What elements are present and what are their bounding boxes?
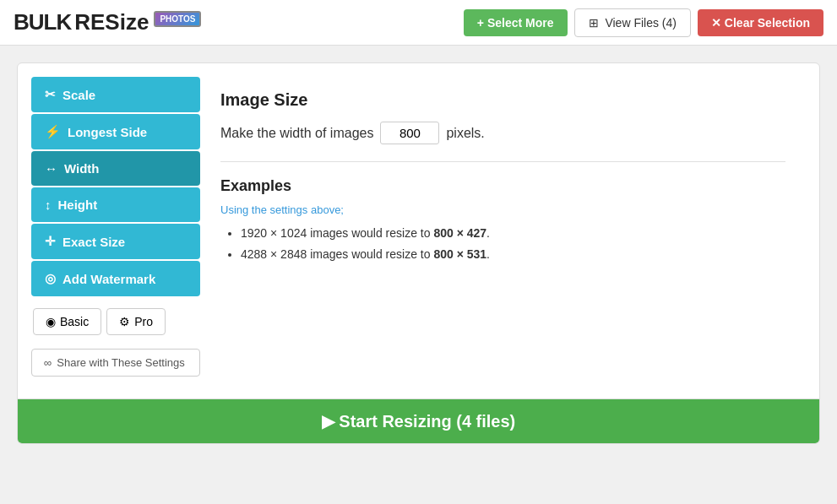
example2-bold: 800 × 531 bbox=[433, 247, 486, 261]
nav-item-longest-side[interactable]: Longest Side bbox=[31, 114, 200, 149]
content-right: Image Size Make the width of images pixe… bbox=[200, 77, 806, 385]
pro-icon bbox=[119, 315, 130, 328]
height-icon bbox=[45, 198, 52, 212]
image-size-row: Make the width of images pixels. bbox=[220, 122, 785, 144]
example1-suffix: . bbox=[486, 226, 490, 240]
logo-bulk: BULK bbox=[14, 9, 71, 35]
example-item-2: 4288 × 2848 images would resize to 800 ×… bbox=[241, 244, 785, 265]
nav-item-exact-size[interactable]: Exact Size bbox=[31, 224, 200, 259]
main-container: Scale Longest Side Width Height Exact Si… bbox=[0, 46, 837, 461]
example-item-1: 1920 × 1024 images would resize to 800 ×… bbox=[241, 223, 785, 244]
nav-item-watermark[interactable]: Add Watermark bbox=[31, 261, 200, 296]
nav-label-scale: Scale bbox=[63, 88, 95, 102]
logo-resize: RESize bbox=[74, 9, 149, 35]
examples-title: Examples bbox=[220, 177, 785, 195]
section-divider bbox=[220, 161, 785, 162]
watermark-icon bbox=[45, 271, 56, 286]
app-header: BULK RESize PHOTOS + Select More ⊞ View … bbox=[0, 0, 837, 46]
card-body: Scale Longest Side Width Height Exact Si… bbox=[18, 63, 819, 398]
nav-label-exact: Exact Size bbox=[63, 235, 125, 249]
exact-icon bbox=[45, 234, 56, 249]
make-width-label: Make the width of images bbox=[220, 126, 373, 141]
logo-photos: PHOTOS bbox=[154, 11, 201, 27]
view-files-button[interactable]: ⊞ View Files (4) bbox=[574, 8, 691, 37]
basic-icon bbox=[46, 315, 56, 328]
tab-basic-label: Basic bbox=[60, 315, 89, 328]
width-icon bbox=[45, 161, 57, 176]
nav-label-longest: Longest Side bbox=[68, 125, 147, 139]
tab-pro-label: Pro bbox=[134, 315, 153, 328]
view-files-label: View Files (4) bbox=[605, 16, 677, 30]
content-card: Scale Longest Side Width Height Exact Si… bbox=[17, 62, 820, 444]
scale-icon bbox=[45, 87, 56, 102]
example1-prefix: 1920 × 1024 images would resize to bbox=[241, 226, 433, 240]
tab-basic[interactable]: Basic bbox=[33, 308, 101, 335]
nav-label-width: Width bbox=[64, 161, 100, 176]
share-settings-label: Share with These Settings bbox=[57, 356, 185, 369]
nav-item-height[interactable]: Height bbox=[31, 187, 200, 222]
logo: BULK RESize PHOTOS bbox=[14, 9, 201, 35]
example2-suffix: . bbox=[486, 247, 490, 261]
share-settings-button[interactable]: Share with These Settings bbox=[31, 349, 200, 377]
pixels-suffix: pixels. bbox=[446, 126, 484, 141]
longest-icon bbox=[45, 124, 61, 139]
image-size-title: Image Size bbox=[220, 90, 785, 110]
nav-label-height: Height bbox=[58, 198, 98, 212]
select-more-button[interactable]: + Select More bbox=[464, 9, 568, 36]
example1-bold: 800 × 427 bbox=[433, 226, 486, 240]
examples-subtitle: Using the settings above; bbox=[220, 203, 785, 216]
tab-pro[interactable]: Pro bbox=[106, 308, 166, 335]
nav-item-scale[interactable]: Scale bbox=[31, 77, 200, 112]
start-resize-button[interactable]: ▶ Start Resizing (4 files) bbox=[30, 411, 807, 431]
nav-item-width[interactable]: Width bbox=[31, 151, 200, 186]
example2-prefix: 4288 × 2848 images would resize to bbox=[241, 247, 433, 261]
header-buttons: + Select More ⊞ View Files (4) ✕ Clear S… bbox=[464, 8, 823, 37]
pixel-value-input[interactable] bbox=[380, 122, 439, 144]
clear-selection-button[interactable]: ✕ Clear Selection bbox=[698, 9, 823, 36]
mode-tabs: Basic Pro bbox=[31, 308, 200, 335]
footer-bar: ▶ Start Resizing (4 files) bbox=[18, 398, 819, 443]
examples-list: 1920 × 1024 images would resize to 800 ×… bbox=[220, 223, 785, 265]
nav-label-watermark: Add Watermark bbox=[63, 272, 155, 286]
nav-sidebar: Scale Longest Side Width Height Exact Si… bbox=[31, 77, 200, 385]
grid-icon: ⊞ bbox=[589, 16, 599, 30]
share-icon bbox=[44, 356, 52, 369]
